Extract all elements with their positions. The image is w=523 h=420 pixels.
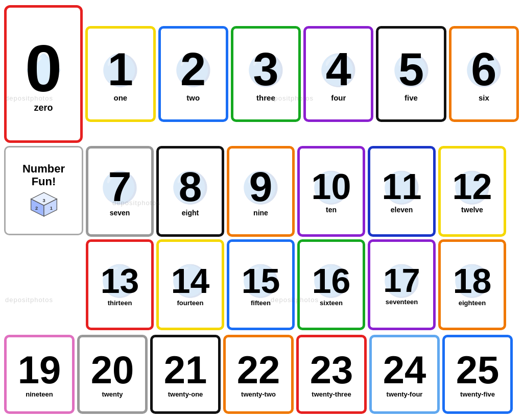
svg-text:2: 2	[35, 206, 38, 211]
card-9-word: nine	[253, 209, 268, 217]
card-2-num: 2	[180, 46, 206, 92]
card-23[interactable]: 23 twenty-three	[296, 335, 367, 414]
cube-icon: 3 2 1	[29, 190, 59, 218]
card-6[interactable]: 🔵 6 six	[449, 26, 519, 122]
card-1[interactable]: 🔵 1 one	[85, 26, 155, 122]
card-15-num: 15	[242, 263, 280, 298]
card-22[interactable]: 22 twenty-two	[223, 335, 294, 414]
card-5-word: five	[405, 93, 418, 102]
card-19-word: nineteen	[26, 390, 53, 398]
card-3-word: three	[256, 93, 275, 102]
card-21-num: 21	[164, 351, 207, 389]
card-9[interactable]: 🔵 9 nine	[227, 146, 295, 237]
numfun-card[interactable]: Number Fun! 3 2 1	[4, 146, 83, 235]
main-container: depositphotos depositphotos depositphoto…	[0, 0, 523, 420]
card-10[interactable]: 🔵 10 ten	[297, 146, 365, 237]
card-18[interactable]: 🔵 18 eighteen	[438, 239, 506, 330]
card-2-word: two	[186, 93, 200, 102]
card-22-word: twenty-two	[241, 390, 276, 398]
card-12[interactable]: 🔵 12 twelve	[438, 146, 506, 237]
card-17[interactable]: 🔵 17 seventeen	[368, 239, 436, 330]
card-16[interactable]: 🔵 16 sixteen	[297, 239, 365, 330]
card-14-word: fourteen	[177, 299, 204, 307]
card-20[interactable]: 20 twenty	[77, 335, 148, 414]
card-20-word: twenty	[102, 390, 123, 398]
card-14[interactable]: 🔵 14 fourteen	[156, 239, 224, 330]
svg-text:3: 3	[42, 198, 45, 203]
row-3: 🔵 13 thirteen 🔵 14 fourteen 🔵 15 fifteen…	[86, 239, 506, 330]
card-1-num: 1	[108, 46, 133, 92]
card-4[interactable]: 🔵 4 four	[303, 26, 373, 122]
card-4-num: 4	[326, 46, 351, 92]
card-24[interactable]: 24 twenty-four	[369, 335, 440, 414]
card-19[interactable]: 19 nineteen	[4, 335, 75, 414]
card-8-num: 8	[179, 166, 202, 208]
card-0[interactable]: 🔷 0 zero	[4, 5, 83, 143]
card-12-word: twelve	[461, 206, 483, 214]
card-21[interactable]: 21 twenty-one	[150, 335, 221, 414]
card-17-word: seventeen	[386, 298, 418, 306]
card-16-num: 16	[312, 263, 351, 298]
card-13[interactable]: 🔵 13 thirteen	[86, 239, 154, 330]
card-15[interactable]: 🔵 15 fifteen	[227, 239, 295, 330]
card-9-num: 9	[249, 166, 273, 208]
card-14-num: 14	[171, 263, 210, 298]
card-11-word: eleven	[391, 206, 413, 214]
card-23-num: 23	[310, 351, 353, 389]
card-25-num: 25	[456, 351, 500, 389]
card-10-num: 10	[312, 169, 351, 205]
card-13-word: thirteen	[108, 299, 132, 307]
card-22-num: 22	[237, 351, 280, 389]
card-6-num: 6	[471, 46, 496, 92]
card-19-num: 19	[18, 351, 61, 389]
card-20-num: 20	[91, 351, 134, 389]
card-3[interactable]: 🔵 3 three	[231, 26, 301, 122]
card-1-word: one	[114, 93, 128, 102]
svg-text:1: 1	[50, 206, 52, 211]
card-18-num: 18	[453, 263, 492, 298]
card-12-num: 12	[453, 169, 492, 205]
row-1: 🔷 0 zero 🔵 1 one 🔵 2 two 🔵 3 three 🔵 4 f…	[4, 5, 519, 143]
card-3-num: 3	[253, 46, 278, 92]
card-23-word: twenty-three	[312, 390, 351, 398]
card-2[interactable]: 🔵 2 two	[158, 26, 228, 122]
card-11[interactable]: 🔵 11 eleven	[368, 146, 436, 237]
card-24-num: 24	[383, 351, 426, 389]
card-11-num: 11	[382, 169, 422, 205]
card-6-word: six	[479, 93, 489, 102]
card-18-word: eighteen	[459, 299, 486, 307]
numfun-title: Number Fun!	[22, 163, 65, 187]
card-16-word: sixteen	[320, 299, 343, 307]
card-7-num: 7	[108, 166, 132, 208]
card-8-word: eight	[182, 209, 199, 217]
card-25-word: twenty-five	[460, 390, 495, 398]
card-7[interactable]: 🔵 7 seven	[86, 146, 154, 237]
card-10-word: ten	[326, 206, 337, 214]
left-col: Number Fun! 3 2 1	[4, 146, 83, 235]
card-15-word: fifteen	[251, 299, 271, 307]
card-8[interactable]: 🔵 8 eight	[156, 146, 224, 237]
row-2: 🔵 7 seven 🔵 8 eight 🔵 9 nine 🔵 10	[86, 146, 506, 237]
card-21-word: twenty-one	[168, 390, 203, 398]
card-5[interactable]: 🔵 5 five	[376, 26, 446, 122]
row-4: 19 nineteen 20 twenty 21 twenty-one 22 t…	[4, 335, 519, 414]
card-13-num: 13	[101, 263, 139, 298]
card-7-word: seven	[110, 209, 130, 217]
card-25[interactable]: 25 twenty-five	[442, 335, 513, 414]
card-0-word: zero	[34, 103, 53, 113]
card-0-num: 0	[25, 35, 62, 102]
card-17-num: 17	[383, 264, 420, 297]
card-5-num: 5	[398, 46, 424, 92]
card-4-word: four	[331, 93, 346, 102]
card-24-word: twenty-four	[387, 390, 423, 398]
